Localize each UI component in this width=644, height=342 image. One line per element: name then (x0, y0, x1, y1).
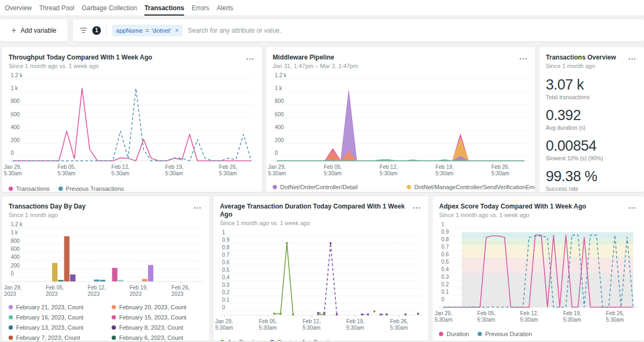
y-axis-label: 0.4 (222, 274, 230, 280)
chip-close-icon[interactable]: × (175, 27, 179, 34)
tab-alerts[interactable]: Alerts (217, 0, 233, 16)
y-axis-label: 0.6 (441, 251, 449, 257)
y-axis-label: 600 (275, 111, 284, 117)
stat-block: 0.00854Slowest 10% (s) (90%) (546, 138, 638, 161)
y-axis-label: 800 (275, 98, 284, 104)
panel-menu-icon[interactable]: ... (412, 203, 422, 209)
legend-item[interactable]: February 20, 2023, Count (112, 304, 203, 310)
throughput-plot-area[interactable] (9, 71, 255, 164)
x-axis-label: Feb 26,5:30am (390, 318, 408, 331)
day-by-day-legend: February 21, 2023, CountFebruary 20, 202… (9, 302, 203, 341)
y-axis-label: 0.6 (222, 259, 230, 265)
y-axis-label: 200 (11, 263, 20, 269)
y-axis-label: 0.3 (441, 274, 449, 280)
panel-menu-icon[interactable]: ... (627, 54, 638, 60)
adpex-chart[interactable]: 10.90.80.70.60.50.40.30.20.10Jan 29,5:30… (439, 220, 638, 324)
legend-dot-icon (439, 332, 443, 336)
stat-block: 99.38 %Success rate (546, 168, 638, 192)
panel-menu-icon[interactable]: ... (245, 54, 256, 60)
stat-value: 0.392 (546, 107, 638, 123)
daybyday-plot-area[interactable] (9, 220, 203, 285)
legend-item[interactable]: February 13, 2023, Count (9, 324, 112, 331)
throughput-legend: TransactionsPrevious Transactions (9, 185, 255, 192)
throughput-chart[interactable]: 1.2 k1 k8006004002000Jan 29,5:30amFeb 05… (9, 71, 255, 178)
legend-label: DotNet/OrderController/Detail (280, 184, 357, 190)
y-axis-label: 400 (11, 254, 20, 260)
middleware-legend: DotNet/OrderController/DetailDotNet/Orde… (273, 182, 529, 192)
legend-item[interactable]: February 6, 2023, Count (112, 334, 203, 341)
panel-throughput: Throughput Today Compared With 1 Week Ag… (2, 47, 262, 192)
x-axis-label: Feb 26,2023 (172, 285, 190, 298)
panel-avg-duration: Average Transaction Duration Today Compa… (214, 196, 429, 341)
y-axis-label: 0.4 (441, 266, 449, 272)
legend-item[interactable]: Transactions (9, 185, 50, 192)
x-axis-label: Feb 05,5:30am (259, 318, 277, 331)
filter-funnel-icon[interactable] (79, 28, 87, 33)
add-variable-button[interactable]: + Add variable (0, 19, 68, 41)
y-axis-label: 0.8 (441, 236, 449, 242)
legend-item[interactable]: DotNet/OrderController/Detail (273, 184, 407, 190)
y-axis-label: 1.2 k (275, 72, 287, 78)
legend-item[interactable]: Avg Duration (220, 339, 261, 341)
panel-subtitle: Since 1 month ago (9, 212, 85, 218)
legend-item[interactable]: Previous Transactions (58, 185, 124, 192)
y-axis-label: 0 (222, 304, 225, 310)
x-axis-label: Feb 12,5:30am (379, 164, 398, 177)
legend-dot-icon (112, 305, 116, 309)
y-axis-label: 1 (441, 221, 444, 227)
add-variable-label: Add variable (20, 27, 56, 34)
panel-title: Throughput Today Compared With 1 Week Ag… (9, 54, 152, 62)
adpex-plot-area[interactable] (439, 220, 638, 310)
legend-dot-icon (9, 315, 13, 319)
panel-transactions-overview: Transactions Overview Since 1 month ago … (539, 47, 644, 192)
y-axis-label: 0.8 (222, 244, 230, 250)
y-axis-label: 0 (275, 150, 278, 156)
y-axis-label: 1 k (275, 85, 282, 91)
panel-title: Middleware Pipeline (273, 54, 358, 62)
avg-duration-chart[interactable]: 10.90.80.70.60.50.40.30.20.10Jan 29,5:30… (220, 228, 422, 332)
y-axis-label: 0.2 (441, 281, 449, 287)
stat-label: Success rate (546, 185, 638, 192)
legend-label: Duration (447, 331, 469, 337)
stat-label: Avg duration (s) (546, 124, 638, 131)
legend-item[interactable]: February 21, 2023, Count (9, 304, 112, 310)
y-axis-label: 800 (11, 98, 20, 104)
panel-subtitle: Since 1 month ago vs. 1 week ago (220, 220, 412, 226)
tab-overview[interactable]: Overview (5, 0, 32, 16)
panel-menu-icon[interactable]: ... (627, 203, 638, 209)
legend-item[interactable]: Duration (439, 331, 469, 337)
avgduration-plot-area[interactable] (220, 228, 422, 318)
y-axis-label: 1.2 k (11, 72, 23, 78)
legend-item[interactable]: February 16, 2023, Count (9, 314, 112, 321)
tab-errors[interactable]: Errors (192, 0, 209, 16)
middleware-plot-area[interactable] (273, 71, 529, 164)
x-axis-label: Jan 29,5:30am (215, 318, 233, 331)
day-by-day-chart[interactable]: 1.2 k1 k8006004002000Jan 29,2023Feb 05,2… (9, 220, 203, 299)
legend-item[interactable]: February 7, 2023, Count (9, 334, 112, 341)
filter-chip-appname[interactable]: appName = 'dotnet' × (112, 25, 182, 36)
panel-menu-icon[interactable]: ... (518, 54, 529, 60)
x-axis-label: Feb 19,5:30am (165, 164, 184, 177)
panel-title: Adpex Score Today Compared With 1 Week A… (439, 203, 586, 211)
overview-stats: 3.07 kTotal transactions0.392Avg duratio… (546, 77, 638, 192)
panel-menu-icon[interactable]: ... (192, 203, 203, 209)
legend-item[interactable]: February 15, 2023, Count (112, 314, 203, 321)
middleware-chart[interactable]: 1.2 k1 k8006004002000Jan 29,5:30amFeb 05… (273, 71, 529, 178)
stat-block: 0.392Avg duration (s) (546, 107, 638, 131)
panel-subtitle: Jan 31, 1:47pm – Mar 2, 1:47pm (273, 63, 358, 69)
panel-subtitle: Since 1 month ago (546, 63, 616, 69)
filter-bar: + Add variable 1 appName = 'dotnet' × (0, 16, 644, 43)
x-axis-label: Jan 29,5:30am (4, 164, 21, 177)
legend-item[interactable]: February 8, 2023, Count (112, 324, 203, 331)
tab-transactions[interactable]: Transactions (144, 0, 184, 16)
attribute-search-bar: 1 appName = 'dotnet' × (73, 19, 644, 41)
x-axis-label: Feb 12,5:30am (303, 318, 321, 331)
y-axis-label: 1.2 k (11, 221, 23, 227)
search-input[interactable] (188, 27, 638, 34)
legend-item[interactable]: DotNet/ManageController/SendVerification… (407, 184, 535, 190)
tab-thread-pool[interactable]: Thread Pool (39, 0, 74, 16)
tab-garbage-collection[interactable]: Garbage Collection (82, 0, 137, 16)
legend-item[interactable]: Previous Avg Duration (270, 339, 336, 341)
chip-value: 'dotnet' (152, 27, 171, 34)
legend-item[interactable]: Previous Duration (478, 331, 532, 337)
